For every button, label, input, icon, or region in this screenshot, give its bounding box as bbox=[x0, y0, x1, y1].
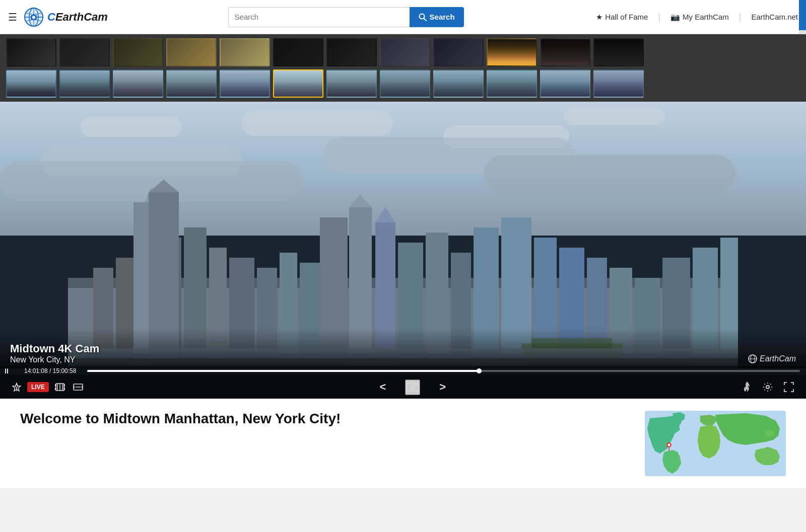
fullscreen-icon bbox=[784, 382, 794, 392]
thumbnail-22[interactable] bbox=[487, 69, 537, 98]
svg-rect-56 bbox=[55, 388, 56, 390]
watermark-globe-icon bbox=[748, 354, 757, 363]
world-map-svg bbox=[645, 411, 786, 476]
filmstrip-button[interactable] bbox=[51, 381, 69, 393]
camera-name: Midtown 4K Cam bbox=[10, 342, 796, 355]
thumbnail-5[interactable] bbox=[220, 38, 270, 66]
settings-button[interactable] bbox=[759, 380, 777, 394]
prev-button[interactable]: < bbox=[375, 378, 390, 396]
thumbnail-4[interactable] bbox=[166, 38, 217, 66]
logo-globe-icon bbox=[23, 7, 44, 28]
video-player[interactable]: Midtown 4K Cam New York City, NY EarthCa… bbox=[0, 102, 806, 399]
svg-marker-19 bbox=[149, 180, 179, 192]
search-icon bbox=[419, 13, 427, 21]
progress-fill bbox=[87, 370, 479, 372]
controls-right bbox=[738, 379, 798, 395]
video-watermark: EarthCam bbox=[748, 354, 796, 363]
pin-icon bbox=[12, 383, 21, 392]
filmstrip-icon bbox=[55, 383, 65, 391]
thumbnail-1[interactable] bbox=[6, 38, 56, 66]
progress-dot bbox=[477, 368, 482, 373]
pause-icon[interactable]: ⏸ bbox=[0, 367, 13, 375]
svg-marker-30 bbox=[375, 207, 395, 222]
svg-rect-7 bbox=[33, 14, 35, 15]
thumbnail-13[interactable] bbox=[6, 69, 56, 98]
settings-icon bbox=[763, 382, 773, 392]
progress-bar[interactable] bbox=[87, 370, 800, 372]
header-left: ☰ CEarthCam bbox=[8, 7, 108, 28]
thumbnail-6[interactable] bbox=[273, 38, 323, 66]
cloud-4 bbox=[564, 108, 665, 125]
star-icon: ★ bbox=[596, 13, 602, 22]
cloud-2 bbox=[242, 111, 393, 136]
thumbnail-2[interactable] bbox=[59, 38, 110, 66]
camera-location: New York City, NY bbox=[10, 355, 796, 364]
thumbnail-16[interactable] bbox=[166, 69, 217, 98]
thumbnail-row-1 bbox=[6, 38, 800, 66]
my-earthcam-link[interactable]: 📷 My EarthCam bbox=[670, 13, 729, 22]
thumbnail-row-2 bbox=[6, 69, 800, 98]
welcome-title: Welcome to Midtown Manhattan, New York C… bbox=[20, 411, 341, 427]
pin-button[interactable] bbox=[8, 381, 25, 394]
nav-divider-2: | bbox=[739, 12, 742, 22]
fullwidth-button[interactable] bbox=[69, 382, 87, 393]
search-form: Search bbox=[228, 7, 464, 27]
svg-rect-57 bbox=[64, 385, 65, 386]
thumbnail-19[interactable] bbox=[326, 69, 377, 98]
svg-line-9 bbox=[424, 18, 426, 21]
thumbnail-12[interactable] bbox=[593, 38, 644, 66]
thumbnail-14[interactable] bbox=[59, 69, 110, 98]
hall-of-fame-link[interactable]: ★ Hall of Fame bbox=[596, 13, 648, 22]
svg-rect-55 bbox=[55, 385, 56, 386]
thumbnail-10[interactable] bbox=[487, 38, 537, 66]
fire-button[interactable] bbox=[738, 379, 756, 395]
controls-center: < > bbox=[87, 378, 738, 396]
svg-point-73 bbox=[668, 444, 670, 446]
camera-icon bbox=[406, 381, 419, 392]
cloud-1 bbox=[81, 117, 181, 137]
thumbnail-20[interactable] bbox=[380, 69, 430, 98]
camera-nav-icon: 📷 bbox=[670, 13, 680, 22]
earthcam-net-link[interactable]: EarthCam.net bbox=[751, 13, 798, 21]
watermark-text: EarthCam bbox=[760, 354, 796, 363]
scrollbar[interactable] bbox=[799, 0, 806, 34]
nav-divider-1: | bbox=[658, 12, 660, 22]
thumbnail-11[interactable] bbox=[540, 38, 590, 66]
svg-point-68 bbox=[416, 384, 417, 385]
svg-point-66 bbox=[411, 386, 414, 389]
next-button[interactable]: > bbox=[435, 378, 450, 396]
live-button[interactable]: LIVE bbox=[27, 382, 49, 392]
thumbnail-3[interactable] bbox=[113, 38, 163, 66]
thumbnail-17[interactable] bbox=[220, 69, 270, 98]
svg-point-6 bbox=[32, 16, 35, 19]
thumbnail-strip bbox=[0, 34, 806, 102]
search-input[interactable] bbox=[228, 7, 410, 27]
fire-icon bbox=[743, 382, 752, 393]
camera-snapshot-button[interactable] bbox=[405, 379, 420, 395]
thumbnail-9[interactable] bbox=[433, 38, 484, 66]
svg-marker-28 bbox=[349, 195, 372, 207]
thumbnail-21[interactable] bbox=[433, 69, 484, 98]
hamburger-icon[interactable]: ☰ bbox=[8, 11, 17, 23]
logo[interactable]: CEarthCam bbox=[23, 7, 108, 28]
video-overlay: Midtown 4K Cam New York City, NY bbox=[0, 328, 806, 368]
controls-bar: LIVE bbox=[0, 375, 806, 399]
thumbnail-8[interactable] bbox=[380, 38, 430, 66]
scrollbar-thumb[interactable] bbox=[799, 0, 806, 30]
thumbnail-7[interactable] bbox=[326, 38, 377, 66]
main-content: Midtown 4K Cam New York City, NY EarthCa… bbox=[0, 34, 806, 488]
welcome-section: Welcome to Midtown Manhattan, New York C… bbox=[0, 399, 806, 488]
svg-rect-67 bbox=[411, 382, 415, 383]
video-progress-area: ⏸ 14:01:08 / 15:00:58 bbox=[0, 366, 806, 376]
thumbnail-18-active[interactable] bbox=[273, 69, 323, 98]
logo-text: CEarthCam bbox=[47, 11, 108, 24]
header: ☰ CEarthCam bbox=[0, 0, 806, 34]
world-map bbox=[645, 411, 786, 476]
fullscreen-button[interactable] bbox=[780, 380, 798, 394]
thumbnail-15[interactable] bbox=[113, 69, 163, 98]
expand-horizontal-icon bbox=[73, 384, 83, 391]
header-right: ★ Hall of Fame | 📷 My EarthCam | EarthCa… bbox=[596, 12, 798, 22]
thumbnail-24[interactable] bbox=[593, 69, 644, 98]
search-button[interactable]: Search bbox=[410, 7, 464, 27]
thumbnail-23[interactable] bbox=[540, 69, 590, 98]
